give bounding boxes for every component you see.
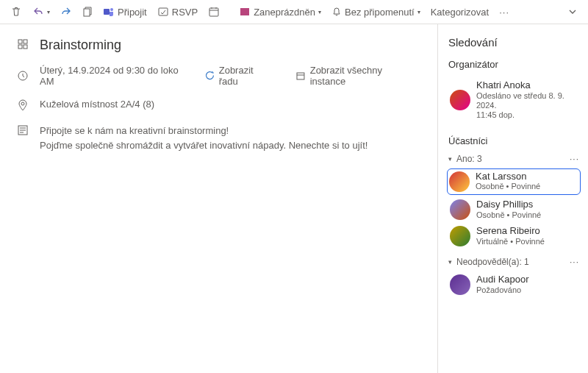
participant-row[interactable]: Kat LarssonOsobně • Povinné: [447, 168, 581, 195]
toolbar: ▾ Připojit RSVP Zaneprázdněn ▾ Bez připo…: [0, 0, 588, 24]
clock-icon: [16, 69, 29, 82]
expand-event-icon[interactable]: [16, 38, 29, 51]
participants-label: Účastníci: [448, 135, 579, 146]
group-more-button[interactable]: ···: [570, 257, 579, 267]
attach-label: Připojit: [118, 7, 147, 18]
chevron-down-icon: ▾: [417, 9, 420, 15]
event-title: Brainstorming: [40, 38, 121, 53]
organizer-sent-time: 11:45 dop.: [476, 110, 578, 120]
svg-rect-1: [104, 9, 110, 15]
tracking-panel: Sledování Organizátor Khatri Anoka Odesl…: [437, 24, 588, 373]
participants-group-header[interactable]: ▾Ano: 3···: [448, 154, 579, 164]
reminder-button[interactable]: Bez připomenutí ▾: [329, 5, 423, 19]
calendar-icon: [208, 6, 220, 18]
categorize-label: Kategorizovat: [431, 7, 490, 18]
busy-label: Zaneprázdněn: [254, 7, 315, 18]
calendar-button[interactable]: [205, 4, 223, 19]
expand-button[interactable]: [564, 5, 581, 18]
more-button[interactable]: ···: [496, 7, 512, 18]
svg-rect-9: [24, 45, 27, 49]
notes-icon: [16, 124, 29, 137]
delete-button[interactable]: [7, 4, 25, 19]
svg-rect-6: [18, 40, 22, 43]
participant-status: Osobně • Povinné: [476, 182, 540, 191]
organizer-sent: Odesláno ve středu 8. 9. 2024.: [476, 91, 578, 110]
svg-rect-11: [297, 73, 304, 79]
busy-icon: [239, 6, 251, 18]
organizer-row: Khatri Anoka Odesláno ve středu 8. 9. 20…: [448, 77, 579, 124]
event-details: Brainstorming Úterý, 14.9.2024 od 9:30 d…: [0, 24, 437, 373]
attach-button[interactable]: Připojit: [100, 4, 150, 19]
svg-rect-4: [209, 8, 218, 16]
participant-row[interactable]: Daisy PhillipsOsobně • Povinné: [448, 196, 579, 223]
trash-icon: [10, 6, 22, 18]
bell-icon: [331, 7, 342, 17]
participant-row[interactable]: Serena RibeiroVirtuálně • Povinné: [448, 223, 579, 249]
reminder-label: Bez připomenutí: [345, 7, 415, 18]
tracking-heading: Sledování: [448, 36, 579, 49]
event-location: Kuželová místnost 2A/4 (8): [40, 99, 154, 110]
ellipsis-icon: ···: [499, 7, 509, 18]
show-series-link[interactable]: Zobrazit řadu: [204, 65, 275, 87]
event-description: Připojte se k nám na kreativní brainstor…: [40, 124, 368, 152]
show-all-instances-link[interactable]: Zobrazit všechny instance: [295, 65, 420, 87]
svg-rect-7: [24, 40, 27, 43]
event-datetime: Úterý, 14.9.2024 od 9:30 do loko AM: [40, 65, 194, 87]
chevron-down-icon: [567, 7, 578, 17]
copy-button[interactable]: [79, 4, 96, 19]
recurrence-icon: [204, 71, 215, 81]
participants-group-header[interactable]: ▾Neodpověděl(a): 1···: [448, 257, 579, 267]
group-label: Neodpověděl(a): 1: [456, 257, 529, 267]
participant-name: Kat Larsson: [476, 171, 540, 182]
reply-button[interactable]: ▾: [29, 4, 53, 19]
organizer-name: Khatri Anoka: [476, 80, 578, 91]
rsvp-icon: [157, 6, 169, 18]
avatar: [450, 226, 470, 246]
forward-button[interactable]: [57, 4, 75, 19]
group-label: Ano: 3: [456, 154, 482, 164]
teams-icon: [103, 6, 115, 18]
chevron-down-icon: ▾: [318, 9, 321, 15]
svg-rect-8: [18, 45, 22, 49]
reply-icon: [32, 6, 44, 18]
rsvp-button[interactable]: RSVP: [154, 4, 201, 19]
chevron-down-icon: ▾: [448, 258, 452, 266]
chevron-down-icon: ▾: [448, 155, 452, 163]
participant-name: Audi Kapoor: [476, 274, 529, 285]
svg-point-12: [21, 102, 24, 105]
calendar-icon: [295, 71, 306, 81]
location-icon: [16, 99, 29, 112]
avatar: [450, 274, 470, 295]
participant-status: Požadováno: [476, 285, 529, 295]
forward-icon: [60, 6, 72, 18]
copy-icon: [82, 6, 93, 18]
avatar: [449, 171, 470, 192]
categorize-button[interactable]: Kategorizovat: [428, 5, 492, 19]
chevron-down-icon: ▾: [47, 9, 50, 15]
svg-rect-3: [159, 8, 168, 15]
rsvp-label: RSVP: [172, 7, 198, 18]
svg-point-2: [110, 8, 113, 11]
busy-status-button[interactable]: Zaneprázdněn ▾: [236, 4, 324, 19]
organizer-label: Organizátor: [448, 59, 579, 70]
participant-name: Daisy Phillips: [476, 199, 541, 210]
avatar: [450, 90, 470, 110]
participant-name: Serena Ribeiro: [476, 226, 545, 237]
participant-status: Virtuálně • Povinné: [476, 237, 545, 246]
participant-status: Osobně • Povinné: [476, 210, 541, 220]
svg-rect-0: [84, 9, 90, 16]
group-more-button[interactable]: ···: [570, 154, 579, 164]
participant-row[interactable]: Audi KapoorPožadováno: [448, 271, 579, 298]
svg-rect-5: [240, 8, 249, 15]
avatar: [450, 199, 470, 220]
